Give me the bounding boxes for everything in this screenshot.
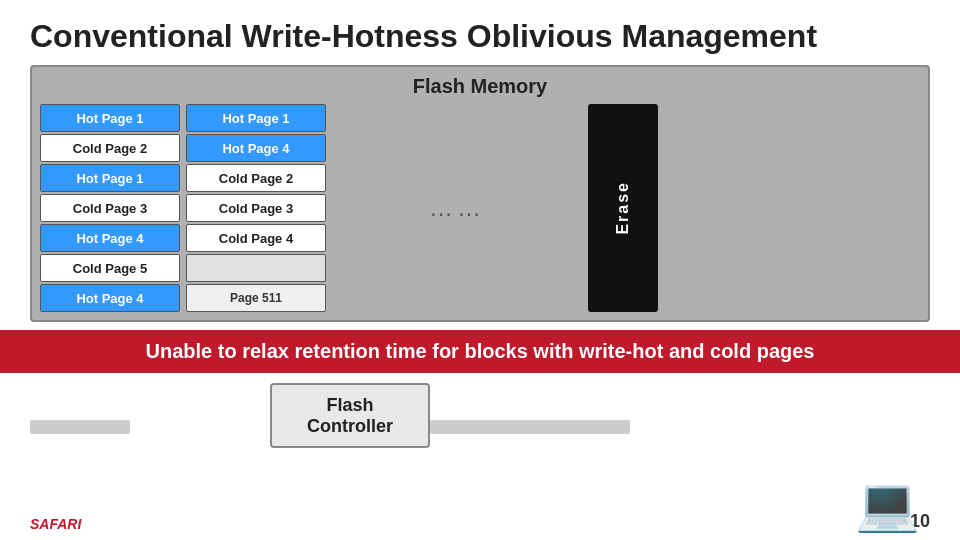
erase-label: Erase: [614, 181, 632, 235]
page-cell: [186, 254, 326, 282]
unable-banner: Unable to relax retention time for block…: [0, 330, 960, 373]
bottom-row: FlashController: [0, 373, 960, 448]
page-cell: Cold Page 5: [40, 254, 180, 282]
page-cell: Cold Page 4: [186, 224, 326, 252]
main-title: Conventional Write-Hotness Oblivious Man…: [0, 0, 960, 65]
flash-controller-box: FlashController: [270, 383, 430, 448]
arrow-left: [30, 420, 130, 434]
page-cell-511: Page 511: [186, 284, 326, 312]
page-cell: Cold Page 2: [186, 164, 326, 192]
page-cell: Cold Page 3: [40, 194, 180, 222]
arrow-right: [430, 420, 630, 434]
page-cell: Hot Page 4: [186, 134, 326, 162]
erase-area: Erase: [588, 104, 658, 312]
flash-memory-label: Flash Memory: [40, 75, 920, 98]
page-cell: Hot Page 1: [40, 104, 180, 132]
safari-label: SAFARI: [30, 516, 81, 532]
block-column-2: Hot Page 1 Hot Page 4 Cold Page 2 Cold P…: [186, 104, 326, 312]
page-cell: Cold Page 3: [186, 194, 326, 222]
page-cell: Hot Page 4: [40, 224, 180, 252]
page-cell: Hot Page 1: [40, 164, 180, 192]
blocks-row: Hot Page 1 Cold Page 2 Hot Page 1 Cold P…: [40, 104, 920, 312]
flash-memory-container: Flash Memory Hot Page 1 Cold Page 2 Hot …: [30, 65, 930, 322]
page-cell: Cold Page 2: [40, 134, 180, 162]
ellipsis: ……: [332, 194, 582, 222]
page-cell: Hot Page 4: [40, 284, 180, 312]
block-column-1: Hot Page 1 Cold Page 2 Hot Page 1 Cold P…: [40, 104, 180, 312]
page-cell: Hot Page 1: [186, 104, 326, 132]
laptop-icon: 💻: [855, 474, 920, 535]
